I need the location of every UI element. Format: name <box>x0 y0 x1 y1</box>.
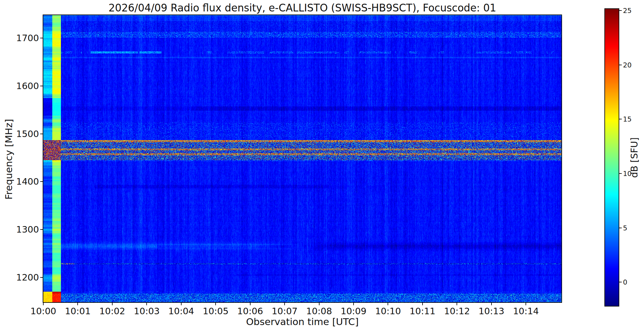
colorbar-label: dB [SFU] <box>629 84 640 232</box>
x-tick-label: 10:04 <box>168 306 194 316</box>
x-tick-mark <box>146 303 147 305</box>
y-tick-mark <box>40 229 43 230</box>
x-tick-mark <box>112 303 113 305</box>
y-tick-mark <box>40 277 43 278</box>
x-tick-label: 10:02 <box>99 306 125 316</box>
y-tick-mark <box>40 86 43 86</box>
x-tick-label: 10:01 <box>65 306 91 316</box>
colorbar-tick-label: 25 <box>623 7 632 15</box>
x-tick-mark <box>215 303 216 305</box>
colorbar-tick-mark <box>619 173 622 174</box>
x-tick-label: 10:07 <box>272 306 298 316</box>
x-tick-label: 10:03 <box>134 306 160 316</box>
colorbar-tick-mark <box>619 119 622 119</box>
x-tick-label: 10:13 <box>479 306 504 316</box>
x-tick-mark <box>284 303 285 305</box>
y-tick-mark <box>40 181 43 182</box>
y-tick-label: 1300 <box>11 224 39 235</box>
x-tick-label: 10:00 <box>30 306 56 316</box>
spectrogram-figure: 2026/04/09 Radio flux density, e-CALLIST… <box>0 0 644 330</box>
x-tick-mark <box>353 303 354 305</box>
x-tick-mark <box>77 303 78 305</box>
x-tick-mark <box>422 303 423 305</box>
colorbar-tick-mark <box>619 282 622 282</box>
colorbar <box>604 8 619 306</box>
x-tick-label: 10:14 <box>513 306 539 316</box>
x-axis-label: Observation time [UTC] <box>43 316 561 327</box>
y-tick-mark <box>40 38 43 38</box>
x-tick-label: 10:10 <box>375 306 401 316</box>
x-tick-mark <box>526 303 526 305</box>
colorbar-canvas <box>605 9 619 306</box>
y-axis-label: Frequency [MHz] <box>3 85 14 234</box>
x-tick-mark <box>181 303 182 305</box>
x-tick-label: 10:12 <box>444 306 470 316</box>
x-tick-mark <box>319 303 320 305</box>
x-tick-mark <box>250 303 251 305</box>
colorbar-tick-label: 20 <box>623 61 632 69</box>
y-tick-label: 1700 <box>11 33 39 43</box>
y-tick-label: 1400 <box>11 176 39 187</box>
x-tick-mark <box>491 303 492 305</box>
y-tick-label: 1200 <box>11 272 39 283</box>
x-tick-label: 10:08 <box>306 306 332 316</box>
x-tick-mark <box>457 303 457 305</box>
colorbar-tick-mark <box>619 228 622 228</box>
chart-title: 2026/04/09 Radio flux density, e-CALLIST… <box>43 2 561 14</box>
plot-area <box>43 15 562 303</box>
colorbar-tick-label: 0 <box>623 278 627 286</box>
y-tick-label: 1500 <box>11 129 39 139</box>
x-tick-label: 10:11 <box>410 306 436 316</box>
x-tick-label: 10:06 <box>237 306 263 316</box>
x-tick-mark <box>43 303 44 305</box>
colorbar-tick-mark <box>619 10 622 11</box>
colorbar-tick-label: 5 <box>623 224 627 232</box>
x-tick-label: 10:05 <box>203 306 229 316</box>
y-tick-label: 1600 <box>11 81 39 91</box>
spectrogram-canvas <box>43 15 561 302</box>
y-tick-mark <box>40 134 43 134</box>
x-tick-mark <box>388 303 388 305</box>
colorbar-tick-mark <box>619 65 622 65</box>
x-tick-label: 10:09 <box>341 306 367 316</box>
